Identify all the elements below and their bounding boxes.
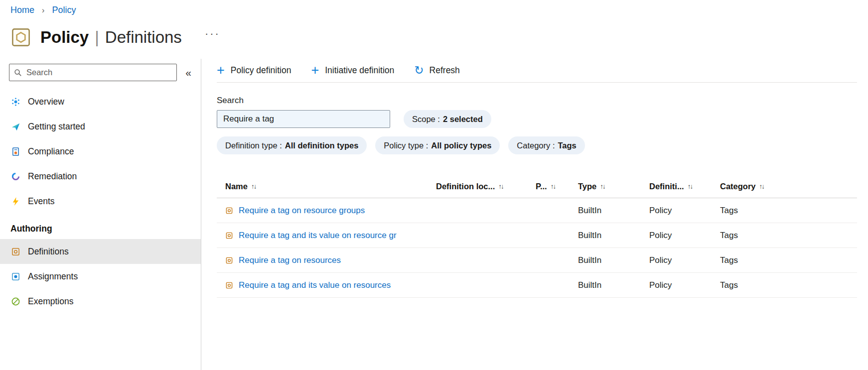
sidebar-item-label: Remediation: [28, 171, 77, 182]
sort-icon: ↑↓: [600, 183, 605, 190]
sidebar-item-getting-started[interactable]: Getting started: [0, 114, 201, 139]
command-bar: + Policy definition + Initiative definit…: [217, 59, 857, 83]
definition-type-cell: Policy: [649, 231, 720, 241]
scope-filter-pill[interactable]: Scope : 2 selected: [404, 110, 491, 128]
remediation-icon: [10, 171, 20, 181]
initiative-definition-button[interactable]: + Initiative definition: [311, 64, 394, 76]
breadcrumb: Home › Policy: [0, 0, 868, 17]
table-row[interactable]: Require a tag on resource groups BuiltIn…: [217, 198, 857, 223]
getting-started-icon: [10, 122, 20, 131]
sidebar-search-input[interactable]: [22, 67, 172, 78]
policy-type-filter-pill[interactable]: Policy type : All policy types: [375, 136, 500, 154]
sidebar-item-label: Definitions: [28, 247, 69, 257]
sidebar-section-authoring: Authoring: [0, 214, 201, 239]
policy-definition-icon: [225, 256, 233, 264]
exemptions-icon: [10, 296, 20, 306]
main-content: + Policy definition + Initiative definit…: [201, 59, 868, 370]
pill-value: 2 selected: [443, 115, 483, 124]
definition-type-cell: Policy: [649, 280, 720, 290]
pill-label: Scope :: [412, 115, 440, 124]
type-cell: BuiltIn: [578, 280, 649, 290]
column-label: Type: [578, 182, 596, 191]
category-cell: Tags: [720, 255, 857, 265]
page-header: Policy|Definitions ···: [10, 23, 868, 52]
column-label: Definition loc...: [436, 182, 495, 191]
category-cell: Tags: [720, 231, 857, 241]
pill-value: All definition types: [285, 141, 359, 150]
compliance-icon: [10, 146, 20, 156]
definition-name-link[interactable]: Require a tag and its value on resource …: [239, 231, 397, 241]
sidebar-item-compliance[interactable]: Compliance: [0, 139, 201, 164]
sort-icon: ↑↓: [688, 183, 693, 190]
definition-search-input[interactable]: [217, 110, 390, 128]
column-header-name[interactable]: Name ↑↓: [217, 182, 436, 191]
sidebar-item-label: Compliance: [28, 146, 74, 157]
policy-definition-icon: [225, 207, 233, 215]
column-header-definition-location[interactable]: Definition loc... ↑↓: [436, 182, 536, 191]
category-cell: Tags: [720, 206, 857, 216]
table-row[interactable]: Require a tag and its value on resource …: [217, 223, 857, 248]
type-cell: BuiltIn: [578, 206, 649, 216]
policy-definition-button[interactable]: + Policy definition: [217, 64, 291, 76]
sidebar-item-events[interactable]: Events: [0, 189, 201, 214]
policy-service-icon: [10, 27, 31, 48]
sidebar-search-box: [9, 64, 177, 81]
definition-name-link[interactable]: Require a tag on resource groups: [239, 206, 365, 216]
refresh-label: Refresh: [430, 65, 460, 76]
table-row[interactable]: Require a tag and its value on resources…: [217, 273, 857, 298]
sidebar-item-label: Exemptions: [28, 296, 73, 307]
page-title-service: Policy: [40, 28, 89, 46]
column-label: Name: [225, 182, 248, 191]
column-label: P...: [536, 182, 547, 191]
sidebar-item-overview[interactable]: Overview: [0, 89, 201, 114]
table-row[interactable]: Require a tag on resources BuiltIn Polic…: [217, 248, 857, 273]
sidebar-item-label: Overview: [28, 97, 64, 107]
sort-icon: ↑↓: [251, 183, 256, 190]
pill-label: Definition type :: [225, 141, 282, 150]
sort-icon: ↑↓: [498, 183, 503, 190]
collapse-sidebar-button[interactable]: «: [182, 67, 195, 79]
sidebar-item-remediation[interactable]: Remediation: [0, 164, 201, 189]
refresh-icon: ↻: [414, 65, 424, 76]
sidebar-item-assignments[interactable]: Assignments: [0, 264, 201, 289]
page-title-divider: |: [95, 28, 99, 46]
sidebar-nav: Overview Getting started: [0, 89, 201, 314]
sort-icon: ↑↓: [759, 183, 764, 190]
initiative-definition-label: Initiative definition: [325, 65, 394, 76]
category-cell: Tags: [720, 280, 857, 290]
breadcrumb-chevron-icon: ›: [42, 6, 44, 14]
sidebar-item-label: Getting started: [28, 122, 85, 132]
definition-name-link[interactable]: Require a tag and its value on resources: [239, 280, 391, 290]
type-cell: BuiltIn: [578, 231, 649, 241]
column-header-type[interactable]: Type ↑↓: [578, 182, 649, 191]
search-icon: [14, 69, 22, 77]
type-cell: BuiltIn: [578, 255, 649, 265]
page-title: Policy|Definitions: [40, 28, 182, 47]
definitions-icon: [10, 247, 20, 256]
pill-label: Policy type :: [384, 141, 428, 150]
plus-icon: +: [311, 64, 319, 76]
page-title-blade: Definitions: [105, 28, 182, 46]
sidebar-item-definitions[interactable]: Definitions: [0, 239, 201, 264]
plus-icon: +: [217, 64, 225, 76]
definition-name-link[interactable]: Require a tag on resources: [239, 255, 341, 265]
definition-type-cell: Policy: [649, 255, 720, 265]
policy-definition-label: Policy definition: [231, 65, 291, 76]
column-header-policies[interactable]: P... ↑↓: [536, 182, 578, 191]
pill-label: Category :: [517, 141, 555, 150]
sidebar-item-label: Assignments: [28, 271, 78, 282]
refresh-button[interactable]: ↻ Refresh: [414, 65, 460, 76]
definition-type-filter-pill[interactable]: Definition type : All definition types: [217, 136, 367, 154]
breadcrumb-home-link[interactable]: Home: [10, 5, 34, 15]
column-label: Definiti...: [649, 182, 684, 191]
breadcrumb-policy-link[interactable]: Policy: [52, 5, 76, 15]
assignments-icon: [10, 271, 20, 281]
column-header-definition-type[interactable]: Definiti... ↑↓: [649, 182, 720, 191]
category-filter-pill[interactable]: Category : Tags: [508, 136, 584, 154]
sidebar-item-exemptions[interactable]: Exemptions: [0, 289, 201, 314]
events-icon: [10, 196, 20, 206]
sort-icon: ↑↓: [551, 183, 556, 190]
column-header-category[interactable]: Category ↑↓: [720, 182, 857, 191]
more-options-button[interactable]: ···: [205, 28, 220, 46]
policy-definitions-page: Home › Policy Policy|Definitions ···: [0, 0, 868, 370]
